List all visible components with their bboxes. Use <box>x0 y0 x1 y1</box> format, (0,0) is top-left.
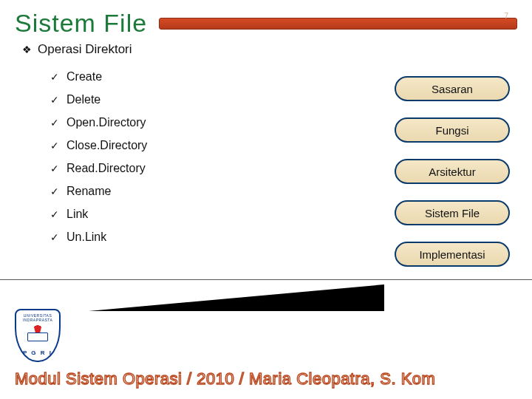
divider-band <box>0 279 532 312</box>
book-icon <box>27 332 48 341</box>
shield-icon: UNIVERSITAS INDRAPRASTA P G R I <box>15 309 61 362</box>
list-item: ✓ Read.Directory <box>50 162 377 175</box>
list-item: ✓ Delete <box>50 93 377 106</box>
nav-button-label: Implementasi <box>419 248 485 261</box>
content-area: ✓ Create ✓ Delete ✓ Open.Directory ✓ Clo… <box>0 64 532 267</box>
nav-buttons: Sasaran Fungsi Arsitektur Sistem File Im… <box>395 70 510 267</box>
nav-implementasi-button[interactable]: Implementasi <box>395 242 510 267</box>
nav-button-label: Fungsi <box>435 124 468 137</box>
nav-button-label: Arsitektur <box>429 166 475 178</box>
list-item-label: Un.Link <box>66 231 106 244</box>
subheading: ❖ Operasi Direktori <box>0 41 532 64</box>
subheading-text: Operasi Direktori <box>38 42 132 57</box>
slide: 7 Sistem File ❖ Operasi Direktori ✓ Crea… <box>0 0 532 399</box>
title-accent-bar <box>159 18 517 30</box>
logo-acronym: P G R I <box>16 349 59 356</box>
list-item-label: Delete <box>66 93 100 106</box>
check-icon: ✓ <box>50 71 59 83</box>
list-item-label: Rename <box>66 185 111 198</box>
nav-button-label: Sistem File <box>425 207 480 219</box>
list-item-label: Close.Directory <box>66 139 147 152</box>
list-item-label: Link <box>66 208 88 221</box>
list-item: ✓ Open.Directory <box>50 116 377 129</box>
page-title: Sistem File <box>15 9 147 38</box>
check-icon: ✓ <box>50 140 59 151</box>
nav-button-label: Sasaran <box>432 83 473 95</box>
diamond-bullet-icon: ❖ <box>22 44 32 55</box>
list-item-label: Read.Directory <box>66 162 146 175</box>
list-item: ✓ Rename <box>50 185 377 198</box>
check-icon: ✓ <box>50 94 59 106</box>
footer-text: Modul Sistem Operasi / 2010 / Maria Cleo… <box>15 369 517 389</box>
list-item: ✓ Link <box>50 208 377 221</box>
divider-line <box>0 279 532 280</box>
list-item: ✓ Close.Directory <box>50 139 377 152</box>
list-item: ✓ Un.Link <box>50 231 377 244</box>
check-icon: ✓ <box>50 163 59 174</box>
nav-sistem-file-button[interactable]: Sistem File <box>395 200 510 225</box>
check-icon: ✓ <box>50 208 59 220</box>
university-logo: UNIVERSITAS INDRAPRASTA P G R I <box>15 309 62 365</box>
nav-arsitektur-button[interactable]: Arsitektur <box>395 159 510 184</box>
nav-fungsi-button[interactable]: Fungsi <box>395 117 510 143</box>
nav-sasaran-button[interactable]: Sasaran <box>395 76 510 101</box>
operations-list: ✓ Create ✓ Delete ✓ Open.Directory ✓ Clo… <box>50 70 377 267</box>
header: Sistem File <box>0 0 532 41</box>
list-item-label: Open.Directory <box>66 116 146 129</box>
decorative-wedge <box>89 284 384 311</box>
page-number: 7 <box>504 12 508 20</box>
check-icon: ✓ <box>50 117 59 129</box>
list-item-label: Create <box>66 70 102 83</box>
list-item: ✓ Create <box>50 70 377 83</box>
check-icon: ✓ <box>50 231 59 243</box>
check-icon: ✓ <box>50 185 59 197</box>
